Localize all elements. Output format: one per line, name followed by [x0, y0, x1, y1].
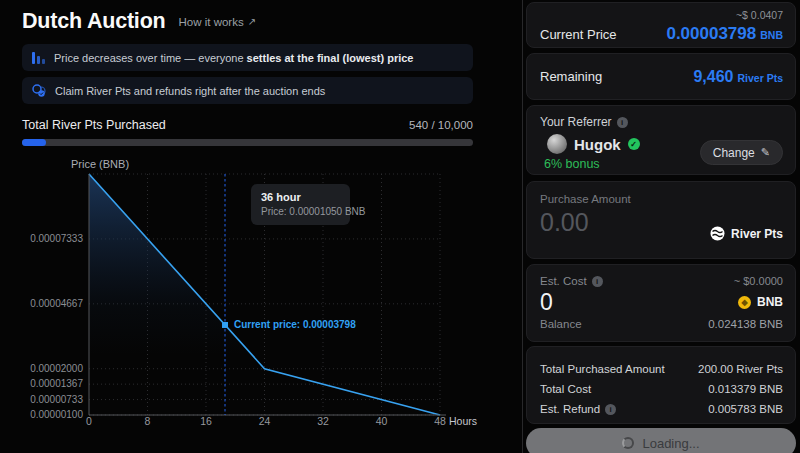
svg-text:0.00000100: 0.00000100	[30, 409, 83, 420]
referrer-avatar	[547, 134, 567, 154]
info-banner-claim: Claim River Pts and refunds right after …	[22, 77, 473, 104]
referrer-identity: Hugok ✓ 6% bonus	[547, 134, 640, 171]
chart-tooltip: 36 hour Price: 0.00001050 BNB	[251, 184, 350, 225]
auction-section: Dutch Auction How it works ↗ Price decre…	[22, 0, 473, 146]
summary-row: Est. Refund i 0.005783 BNB	[540, 399, 783, 419]
summary-value: 0.005783 BNB	[708, 403, 783, 415]
svg-text:0.00004667: 0.00004667	[30, 298, 83, 309]
page-title: Dutch Auction	[22, 9, 166, 34]
river-pts-label: River Pts	[731, 227, 783, 241]
est-cost-label: Est. Cost	[540, 275, 587, 287]
svg-text:16: 16	[200, 415, 212, 427]
progress-label: Total River Pts Purchased	[22, 118, 166, 132]
how-it-works-link[interactable]: How it works ↗	[179, 16, 257, 28]
current-price-label: Current Price	[540, 27, 617, 42]
verified-badge-icon: ✓	[628, 138, 640, 150]
price-chart-svg: 0.000073330.000046670.000020000.00001367…	[0, 148, 500, 448]
change-button-label: Change	[713, 146, 755, 160]
svg-text:Current price: 0.00003798: Current price: 0.00003798	[234, 319, 356, 330]
est-cost-value: 0	[540, 289, 553, 315]
header: Dutch Auction How it works ↗	[22, 9, 473, 34]
bnb-icon: ◆	[738, 296, 751, 309]
referrer-bonus: 6% bonus	[544, 157, 640, 171]
current-price-card: ~$ 0.0407 Current Price 0.00003798BNB	[526, 2, 796, 48]
info-icon[interactable]: i	[605, 404, 616, 415]
info-icon[interactable]: i	[592, 276, 603, 287]
bnb-chip: ◆ BNB	[738, 295, 783, 309]
referrer-label: Your Referrer	[540, 115, 612, 129]
river-pts-icon	[710, 226, 725, 241]
est-cost-card: Est. Cost i ~ $0.0000 0 ◆ BNB Balance 0.…	[526, 264, 796, 342]
purchase-amount-card: Purchase Amount River Pts	[526, 181, 796, 259]
svg-text:48: 48	[434, 415, 446, 427]
referrer-header: Your Referrer i	[540, 115, 783, 129]
remaining-card: Remaining 9,460River Pts	[526, 53, 796, 100]
balance-value: 0.024138 BNB	[708, 318, 783, 330]
summary-value: 0.013379 BNB	[708, 383, 783, 395]
svg-text:40: 40	[376, 415, 388, 427]
current-price-value-group: 0.00003798BNB	[666, 24, 783, 44]
info-banner-price: Price decreases over time — everyone set…	[22, 44, 473, 71]
spinner-icon	[622, 437, 634, 449]
svg-text:0.00007333: 0.00007333	[30, 233, 83, 244]
progress-header: Total River Pts Purchased 540 / 10,000	[22, 118, 473, 132]
river-pts-chip: River Pts	[710, 226, 783, 241]
external-link-icon: ↗	[248, 16, 256, 27]
remaining-value: 9,460	[693, 68, 733, 85]
current-price-value: 0.00003798	[666, 24, 756, 43]
tooltip-title: 36 hour	[261, 191, 340, 203]
svg-text:0.00001367: 0.00001367	[30, 378, 83, 389]
summary-row: Total Cost 0.013379 BNB	[540, 379, 783, 399]
svg-text:Price (BNB): Price (BNB)	[71, 158, 129, 170]
summary-row: Total Purchased Amount 200.00 River Pts	[540, 359, 783, 379]
progress-bar-fill	[22, 139, 46, 146]
current-price-usd: ~$ 0.0407	[540, 8, 783, 22]
svg-text:24: 24	[259, 415, 271, 427]
referrer-card: Your Referrer i Hugok ✓ 6% bonus Change …	[526, 105, 796, 175]
remaining-label: Remaining	[540, 69, 602, 84]
bnb-label: BNB	[757, 295, 783, 309]
balance-label: Balance	[540, 318, 582, 330]
change-referrer-button[interactable]: Change ✎	[700, 140, 783, 165]
tooltip-price: Price: 0.00001050 BNB	[261, 206, 340, 217]
purchase-amount-input[interactable]	[540, 208, 680, 237]
referrer-name: Hugok	[574, 136, 621, 153]
current-price-unit: BNB	[760, 29, 783, 41]
pencil-icon: ✎	[761, 146, 770, 159]
svg-text:0.00000733: 0.00000733	[30, 394, 83, 405]
remaining-unit: River Pts	[737, 72, 783, 84]
est-cost-label-group: Est. Cost i	[540, 275, 603, 287]
bar-chart-icon	[32, 52, 45, 64]
loading-button-label: Loading...	[642, 436, 699, 451]
banner-text: Price decreases over time — everyone set…	[54, 52, 413, 64]
summary-label: Total Cost	[540, 383, 591, 395]
progress-count: 540 / 10,000	[409, 119, 473, 131]
summary-label-group: Est. Refund i	[540, 403, 616, 415]
est-cost-usd: ~ $0.0000	[734, 275, 783, 287]
price-chart: 0.000073330.000046670.000020000.00001367…	[0, 148, 510, 453]
purchase-panel: ~$ 0.0407 Current Price 0.00003798BNB Re…	[522, 0, 798, 453]
svg-text:Hours: Hours	[449, 415, 477, 427]
svg-text:0.00002000: 0.00002000	[30, 363, 83, 374]
coins-icon	[32, 84, 46, 97]
summary-label: Est. Refund	[540, 403, 600, 415]
loading-button[interactable]: Loading...	[526, 428, 796, 453]
summary-label: Total Purchased Amount	[540, 363, 665, 375]
how-it-works-label: How it works	[179, 16, 244, 28]
svg-text:32: 32	[317, 415, 329, 427]
purchase-amount-label: Purchase Amount	[540, 193, 710, 205]
progress-bar	[22, 139, 473, 146]
summary-value: 200.00 River Pts	[698, 363, 783, 375]
banner-text: Claim River Pts and refunds right after …	[55, 85, 325, 97]
remaining-value-group: 9,460River Pts	[693, 68, 783, 86]
svg-text:8: 8	[145, 415, 151, 427]
svg-text:0: 0	[86, 415, 92, 427]
summary-card: Total Purchased Amount 200.00 River Pts …	[526, 346, 796, 424]
info-icon[interactable]: i	[617, 117, 628, 128]
